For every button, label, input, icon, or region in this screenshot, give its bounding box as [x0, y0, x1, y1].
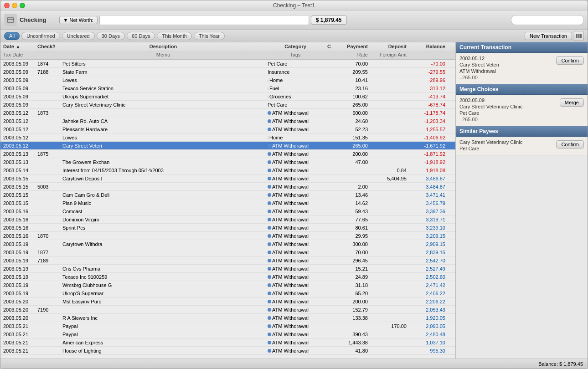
table-row[interactable]: 2003.05.09 Cary Street Veterinary Clinic… [0, 101, 455, 109]
row-cat: ATM Withdrawal [266, 274, 325, 280]
row-desc: Cns Cvs Pharma [61, 266, 266, 272]
account-icon [4, 14, 17, 26]
row-payment: 65.20 [333, 291, 370, 296]
table-row[interactable]: 2003.05.19 Carytown Withdra ATM Withdraw… [0, 240, 455, 248]
similar-payee: Cary Street Veterinary Clinic [459, 139, 556, 145]
table-row[interactable]: 2003.05.12 Lowes iHome 151.35 -1,406.92 [0, 133, 455, 142]
traffic-lights [4, 3, 25, 8]
row-desc: Pet Sitters [61, 61, 266, 67]
col-balance[interactable]: Balance [408, 44, 447, 49]
current-transaction-confirm-button[interactable]: Confirm [556, 56, 584, 65]
svg-rect-3 [578, 34, 580, 38]
table-row[interactable]: 2003.05.12 1873 ATM Withdrawal 500.00 -1… [0, 109, 455, 117]
table-row[interactable]: 2003.05.12 Cary Street Veteri ATM Withdr… [0, 142, 455, 150]
filter-60days[interactable]: 60 Days [127, 32, 155, 40]
row-payment: 14.62 [333, 200, 370, 206]
minimize-button[interactable] [12, 3, 17, 8]
columns-button[interactable] [574, 31, 584, 41]
table-row[interactable]: 2003.05.15 Cam Cam Gro & Deli ATM Withdr… [0, 191, 455, 199]
table-row[interactable]: 2003.05.13 The Growers Exchan ATM Withdr… [0, 158, 455, 166]
filter-30days[interactable]: 30 Days [97, 32, 125, 40]
maximize-button[interactable] [20, 3, 25, 8]
row-date: 2003.05.16 [1, 209, 36, 214]
table-row[interactable]: 2003.05.20 R A Siewers Inc ATM Withdrawa… [0, 314, 455, 322]
table-row[interactable]: 2003.05.14 Interest from 04/15/2003 Thro… [0, 166, 455, 174]
search-input[interactable] [511, 15, 584, 25]
title-bar: Checking – Test1 [0, 0, 588, 10]
merge-button[interactable]: Merge [560, 98, 584, 107]
row-desc: Lowes [61, 135, 266, 140]
table-row[interactable]: 2003.05.21 American Express ATM Withdraw… [0, 338, 455, 347]
row-payment: 15.21 [333, 266, 370, 272]
table-row[interactable]: 2003.05.09 1874 Pet Sitters Pet Care 70.… [0, 60, 455, 68]
table-row[interactable]: 2003.05.09 Lowes iHome 10.41 -289.96 [0, 76, 455, 84]
svg-rect-1 [7, 19, 14, 20]
table-row[interactable]: 2003.05.21 Paypal ATM Withdrawal 170.00 … [0, 322, 455, 330]
col-payment[interactable]: Payment [333, 44, 370, 49]
col-desc[interactable]: Description [61, 44, 266, 49]
table-row[interactable]: 2003.05.16 1870 ATM Withdrawal 29.95 3,2… [0, 232, 455, 240]
account-label: Checking [20, 16, 46, 23]
row-balance: 3,484.87 [408, 184, 447, 190]
row-payment: 80.61 [333, 225, 370, 231]
row-payment: 23.16 [333, 86, 370, 91]
row-payment: 265.00 [333, 143, 370, 149]
table-row[interactable]: 2003.05.19 1877 ATM Withdrawal 70.00 2,8… [0, 248, 455, 256]
filter-unconfirmed[interactable]: Unconfirmed [21, 32, 60, 40]
table-row[interactable]: 2003.05.16 Comcast ATM Withdrawal 59.43 … [0, 207, 455, 215]
table-row[interactable]: 2003.05.09 Ukrops Supermarket iGroceries… [0, 92, 455, 101]
table-row[interactable]: 2003.05.19 Ukrop'S Supermar ATM Withdraw… [0, 289, 455, 297]
table-row[interactable]: 2003.05.13 1875 ATM Withdrawal 200.00 -1… [0, 150, 455, 158]
table-row[interactable]: 2003.05.15 Carytown Deposit ATM Withdraw… [0, 174, 455, 183]
filter-this-year[interactable]: This Year [194, 32, 225, 40]
row-payment: 77.65 [333, 217, 370, 222]
col-check[interactable]: Check# [36, 44, 61, 49]
row-balance: 2,406.22 [408, 291, 447, 296]
filter-uncleared[interactable]: Uncleared [62, 32, 95, 40]
current-transaction-date: 2003.05.12 [459, 56, 556, 61]
current-transaction-title: Current Transaction [456, 42, 588, 53]
table-row[interactable]: 2003.05.09 Texaco Service Station iFuel … [0, 84, 455, 92]
merge-choices-row: 2003.05.09 Cary Street Veterinary Clinic… [459, 97, 584, 123]
row-cat: Pet Care [266, 61, 325, 67]
close-button[interactable] [4, 3, 10, 8]
table-row[interactable]: 2003.05.12 Pleasants Hardware ATM Withdr… [0, 125, 455, 133]
new-transaction-button[interactable]: New Transaction [525, 32, 572, 40]
table-row[interactable]: 2003.05.15 Plan 9 Music ATM Withdrawal 1… [0, 199, 455, 207]
svg-rect-2 [576, 34, 578, 38]
col-c[interactable]: C [325, 44, 333, 49]
row-desc: State Farm [61, 69, 266, 75]
col-deposit[interactable]: Deposit [370, 44, 408, 49]
table-row[interactable]: 2003.05.19 7189 ATM Withdrawal 296.45 2,… [0, 256, 455, 265]
table-row[interactable]: 2003.05.16 Dominion Virgini ATM Withdraw… [0, 215, 455, 224]
row-cat: iGroceries [266, 94, 325, 99]
row-desc: Mst Easyinv Purc [61, 299, 266, 304]
filter-all[interactable]: All [4, 32, 20, 40]
table-row[interactable]: 2003.05.19 Cns Cvs Pharma ATM Withdrawal… [0, 265, 455, 273]
filter-this-month[interactable]: This Month [157, 32, 191, 40]
table-row[interactable]: 2003.05.15 5003 ATM Withdrawal 2.00 3,48… [0, 183, 455, 191]
row-desc: R A Siewers Inc [61, 315, 266, 321]
table-row[interactable]: 2003.05.21 House of Lighting ATM Withdra… [0, 347, 455, 355]
similar-payees-confirm-button[interactable]: Confirm [556, 140, 584, 149]
row-balance: -1,918.08 [408, 168, 447, 173]
row-cat: ATM Withdrawal [266, 176, 325, 181]
net-worth-button[interactable]: ▼ Net Worth: [59, 16, 98, 24]
table-row[interactable]: 2003.05.12 Jahnke Rd. Auto CA ATM Withdr… [0, 117, 455, 125]
table-row[interactable]: 2003.05.21 Paypal ATM Withdrawal 390.43 … [0, 330, 455, 338]
row-balance: 2,527.49 [408, 266, 447, 272]
table-row[interactable]: 2003.05.19 Texaco Inc 9100259 ATM Withdr… [0, 273, 455, 281]
col-date[interactable]: Date ▲ [1, 44, 36, 49]
merge-payee: Cary Street Veterinary Clinic [459, 104, 560, 109]
table-row[interactable]: 2003.05.09 7188 State Farm Insurance 209… [0, 68, 455, 76]
table-row[interactable]: 2003.05.16 Sprint Pcs ATM Withdrawal 80.… [0, 224, 455, 232]
table-row[interactable]: 2003.05.19 Wmsbrg Clubhouse G ATM Withdr… [0, 281, 455, 289]
net-worth-input[interactable] [99, 15, 309, 25]
table-row[interactable]: 2003.05.20 Mst Easyinv Purc ATM Withdraw… [0, 297, 455, 306]
table-row[interactable]: 2003.05.20 7190 ATM Withdrawal 152.79 2,… [0, 306, 455, 314]
row-check: 7189 [36, 258, 61, 263]
row-date: 2003.05.21 [1, 323, 36, 329]
row-date: 2003.05.21 [1, 332, 36, 337]
col-cat[interactable]: Category [266, 44, 325, 49]
row-date: 2003.05.20 [1, 307, 36, 313]
